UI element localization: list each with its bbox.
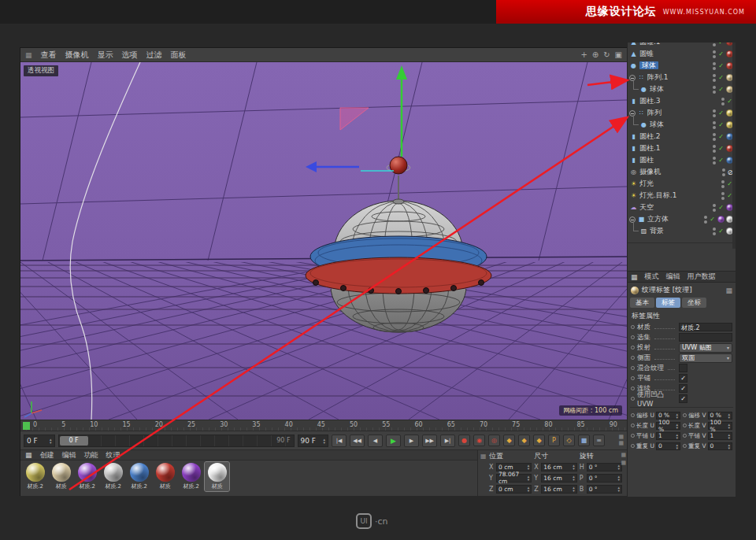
object-row[interactable]: ∷ 阵列.1 ✓ [628,72,736,83]
anim-dot-icon[interactable] [683,444,687,448]
spinner[interactable] [617,475,620,481]
object-row[interactable]: ● 球体 ✓ [628,83,736,95]
enabled-check-icon[interactable]: ✓ [717,86,724,93]
current-frame-field[interactable]: 0 F [24,435,55,447]
visibility-dots[interactable] [713,109,716,117]
menu-panel[interactable]: 面板 [171,50,187,61]
material-tag-icon[interactable] [717,216,724,223]
menu-camera[interactable]: 摄像机 [65,50,89,61]
spinner[interactable] [728,443,730,449]
spinner[interactable] [728,423,730,429]
menu-view[interactable]: 查看 [41,50,57,61]
zoom-icon[interactable]: ⊕ [592,50,598,59]
spinner[interactable] [728,412,730,419]
anim-dot-icon[interactable] [631,325,635,329]
rotation-h-field[interactable]: 0 ° [587,463,622,472]
material-tile[interactable]: 材质.2 [179,462,203,491]
rotation-p-field[interactable]: 0 ° [587,474,622,483]
object-row[interactable]: ▮ 圆柱 ✓ [628,154,736,166]
anim-dot-icon[interactable] [631,444,635,448]
repeat-v-field[interactable]: 0 [708,442,732,450]
object-row[interactable]: ● 球体 ✓ [628,119,736,131]
object-row[interactable]: ☁ 天空 ✓ [628,202,736,213]
rotation-b-field[interactable]: 0 ° [587,485,622,494]
object-row[interactable]: ▨ 背景 ✓ [628,225,736,237]
panel-side-buttons[interactable]: ▦▦ [621,452,626,466]
spinner[interactable] [528,475,530,481]
visibility-dots[interactable] [721,98,724,105]
object-row[interactable]: ▮ 圆柱.2 ✓ [628,131,736,142]
repeat-u-field[interactable]: 0 [656,442,680,450]
object-row[interactable]: ■ 立方体 ✓ [628,213,736,225]
tab-coordinates[interactable]: 坐标 [682,298,706,308]
enabled-check-icon[interactable]: ✓ [717,43,724,46]
timeline-slider-handle[interactable]: 0 F [60,436,88,446]
panel-grip-icon[interactable]: ▦ [480,453,489,460]
position-y-field[interactable]: 78.067 cm [496,474,532,483]
tiles-v-field[interactable]: 1 [708,432,732,440]
anim-dot-icon[interactable] [631,346,635,350]
forum-banner[interactable]: 思缘设计论坛 WWW.MISSYUAN.COM [496,0,756,24]
current-frame-marker[interactable] [23,422,30,430]
menu-function[interactable]: 功能 [84,450,98,460]
spinner[interactable] [617,464,620,470]
next-frame-button[interactable]: ▶ [404,435,419,447]
visibility-dots[interactable] [713,62,716,70]
spinner[interactable] [573,475,575,481]
solo-button[interactable]: ■ [578,435,590,446]
projection-dropdown[interactable]: UVW 贴图 [679,343,732,353]
spinner[interactable] [676,443,678,449]
material-tile[interactable]: 材质.2 [23,462,47,491]
record-keyframe-button[interactable]: ● [458,435,470,446]
visibility-dots[interactable] [721,192,724,200]
menu-options[interactable]: 选项 [122,50,138,61]
material-link-field[interactable]: 材质.2 [679,323,732,331]
record-point-level-button[interactable]: ◇ [563,435,575,446]
material-tile-selected[interactable]: 材质 [205,462,229,491]
object-row[interactable]: ▮ 圆柱.3 ✓ [628,95,736,107]
object-row[interactable]: ▮ 圆柱.1 ✓ [628,142,736,154]
record-parameter-button[interactable]: P [548,435,560,446]
seamless-checkbox[interactable]: ✓ [679,384,687,393]
enabled-check-icon[interactable]: ✓ [717,227,724,235]
mix-textures-checkbox[interactable] [679,364,687,372]
object-row[interactable]: ∷ 阵列 ✓ [628,107,736,119]
spinner[interactable] [676,412,678,419]
prev-frame-button[interactable]: ◀ [368,435,383,447]
anim-dot-icon[interactable] [683,434,687,438]
go-start-button[interactable]: |◀ [332,435,346,447]
material-tile[interactable]: 材质.2 [127,462,151,491]
anim-dot-icon[interactable] [631,366,635,370]
record-position-button[interactable]: ◆ [503,435,515,446]
spinner[interactable] [617,486,620,492]
visibility-dots[interactable] [722,168,725,176]
size-y-field[interactable]: 16 cm [541,474,576,483]
side-dropdown[interactable]: 双面 [679,353,732,363]
position-x-field[interactable]: 0 cm [496,463,532,472]
keyframe-selection-button[interactable]: ◎ [488,435,500,446]
tab-userdata[interactable]: 用户数据 [687,272,716,282]
spinner[interactable] [676,433,678,439]
visibility-dots[interactable] [713,227,716,235]
timeline-ruler[interactable]: 05 1015 2025 3035 4045 5055 6065 7075 80… [20,420,627,431]
bump-uvw-checkbox[interactable]: ✓ [679,394,687,403]
spinner[interactable] [728,433,730,439]
tab-mode[interactable]: 模式 [645,272,659,282]
visibility-dots[interactable] [721,180,724,188]
length-u-field[interactable]: 100 % [656,422,680,430]
menu-texture[interactable]: 纹理 [106,450,120,460]
maximize-icon[interactable]: ▣ [615,50,622,59]
object-row[interactable]: ▲ 圆锥.1 ✓ [628,43,736,48]
position-z-field[interactable]: 0 cm [496,485,532,494]
object-row[interactable]: ▲ 圆锥 ✓ [628,48,736,60]
anim-dot-icon[interactable] [631,387,635,390]
visibility-dots[interactable] [713,204,716,212]
spinner[interactable] [528,486,530,492]
scrollbar[interactable] [732,43,736,249]
size-x-field[interactable]: 16 cm [541,463,576,472]
anim-dot-icon[interactable] [683,423,687,427]
tab-edit[interactable]: 编辑 [666,272,680,282]
enabled-check-icon[interactable]: ✓ [717,62,724,69]
menu-filter[interactable]: 过滤 [146,50,162,61]
spinner[interactable] [528,464,530,470]
